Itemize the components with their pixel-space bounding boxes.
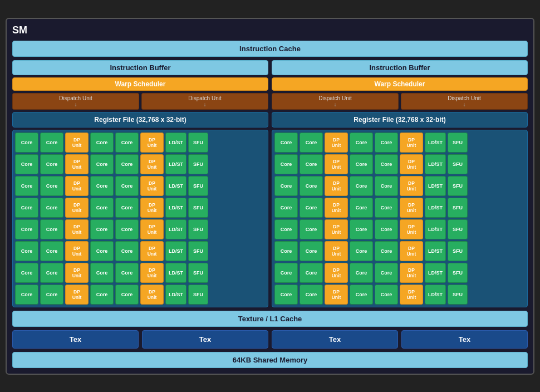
dp-unit-cell: DPUnit <box>400 176 423 196</box>
core-row: CoreCoreDPUnitCoreCoreDPUnitLD/STSFU <box>15 154 266 174</box>
ldst-cell: LD/ST <box>425 285 446 305</box>
core-cell: Core <box>274 285 298 305</box>
left-dispatch-unit-1: Dispatch Unit <box>12 93 139 110</box>
core-cell: Core <box>274 176 298 196</box>
dp-unit-cell: DPUnit <box>400 285 423 305</box>
core-cell: Core <box>15 263 38 283</box>
right-cores-grid: CoreCoreDPUnitCoreCoreDPUnitLD/STSFUCore… <box>272 130 528 307</box>
dp-unit-cell: DPUnit <box>325 154 348 174</box>
core-cell: Core <box>40 133 63 153</box>
ldst-cell: LD/ST <box>165 241 186 261</box>
core-cell: Core <box>375 176 398 196</box>
core-cell: Core <box>115 198 139 218</box>
tex-unit-3: Tex <box>401 330 528 349</box>
core-cell: Core <box>40 198 63 218</box>
right-instruction-buffer: Instruction Buffer <box>272 60 528 75</box>
ldst-cell: LD/ST <box>425 219 446 239</box>
dp-unit-cell: DPUnit <box>400 241 423 261</box>
core-cell: Core <box>90 198 114 218</box>
dp-unit-cell: DPUnit <box>65 263 89 283</box>
core-cell: Core <box>90 263 114 283</box>
core-row: CoreCoreDPUnitCoreCoreDPUnitLD/STSFU <box>274 154 525 174</box>
ldst-cell: LD/ST <box>165 133 186 153</box>
core-cell: Core <box>300 219 323 239</box>
core-cell: Core <box>40 176 63 196</box>
core-cell: Core <box>15 176 38 196</box>
main-two-col: Instruction Buffer Warp Scheduler Dispat… <box>12 60 528 307</box>
core-cell: Core <box>300 133 323 153</box>
core-cell: Core <box>15 285 38 305</box>
ldst-cell: LD/ST <box>165 219 186 239</box>
core-row: CoreCoreDPUnitCoreCoreDPUnitLD/STSFU <box>15 285 266 305</box>
right-half: Instruction Buffer Warp Scheduler Dispat… <box>272 60 528 307</box>
ldst-cell: LD/ST <box>425 263 446 283</box>
core-row: CoreCoreDPUnitCoreCoreDPUnitLD/STSFU <box>274 285 525 305</box>
dp-unit-cell: DPUnit <box>400 198 423 218</box>
core-cell: Core <box>115 219 139 239</box>
ldst-cell: LD/ST <box>165 176 186 196</box>
dp-unit-cell: DPUnit <box>140 219 164 239</box>
core-cell: Core <box>115 133 139 153</box>
right-dispatch-unit-1: Dispatch Unit <box>272 93 399 110</box>
dp-unit-cell: DPUnit <box>325 133 348 153</box>
dp-unit-cell: DPUnit <box>140 154 164 174</box>
dp-unit-cell: DPUnit <box>325 263 348 283</box>
dp-unit-cell: DPUnit <box>325 219 348 239</box>
core-cell: Core <box>350 219 373 239</box>
core-cell: Core <box>15 154 38 174</box>
core-cell: Core <box>274 241 298 261</box>
dp-unit-cell: DPUnit <box>400 154 423 174</box>
core-row: CoreCoreDPUnitCoreCoreDPUnitLD/STSFU <box>15 133 266 153</box>
core-row: CoreCoreDPUnitCoreCoreDPUnitLD/STSFU <box>15 198 266 218</box>
sfu-cell: SFU <box>448 198 468 218</box>
sfu-cell: SFU <box>188 176 208 196</box>
left-cores-grid: CoreCoreDPUnitCoreCoreDPUnitLD/STSFUCore… <box>12 130 268 307</box>
core-cell: Core <box>274 219 298 239</box>
core-cell: Core <box>300 198 323 218</box>
core-row: CoreCoreDPUnitCoreCoreDPUnitLD/STSFU <box>274 241 525 261</box>
dp-unit-cell: DPUnit <box>140 176 164 196</box>
right-dispatch-unit-2: Dispatch Unit <box>401 93 528 110</box>
core-cell: Core <box>15 133 38 153</box>
dp-unit-cell: DPUnit <box>65 241 89 261</box>
ldst-cell: LD/ST <box>425 133 446 153</box>
dp-unit-cell: DPUnit <box>400 263 423 283</box>
core-row: CoreCoreDPUnitCoreCoreDPUnitLD/STSFU <box>15 219 266 239</box>
core-cell: Core <box>375 198 398 218</box>
core-cell: Core <box>40 241 63 261</box>
core-cell: Core <box>15 219 38 239</box>
core-cell: Core <box>40 285 63 305</box>
dp-unit-cell: DPUnit <box>325 241 348 261</box>
sfu-cell: SFU <box>188 133 208 153</box>
left-warp-scheduler: Warp Scheduler <box>12 77 268 91</box>
right-register-file: Register File (32,768 x 32-bit) <box>272 112 528 128</box>
dp-unit-cell: DPUnit <box>140 241 164 261</box>
dp-unit-cell: DPUnit <box>325 285 348 305</box>
core-cell: Core <box>300 263 323 283</box>
dp-unit-cell: DPUnit <box>65 198 89 218</box>
left-half: Instruction Buffer Warp Scheduler Dispat… <box>12 60 268 307</box>
core-cell: Core <box>90 154 114 174</box>
dp-unit-cell: DPUnit <box>65 176 89 196</box>
core-cell: Core <box>375 285 398 305</box>
core-cell: Core <box>90 133 114 153</box>
sfu-cell: SFU <box>448 176 468 196</box>
tex-row: Tex Tex Tex Tex <box>12 330 528 349</box>
core-cell: Core <box>300 241 323 261</box>
left-dispatch-row: Dispatch Unit Dispatch Unit <box>12 93 268 110</box>
sfu-cell: SFU <box>448 263 468 283</box>
dp-unit-cell: DPUnit <box>65 154 89 174</box>
core-cell: Core <box>300 154 323 174</box>
core-cell: Core <box>300 285 323 305</box>
core-cell: Core <box>375 241 398 261</box>
tex-unit-0: Tex <box>12 330 139 349</box>
dp-unit-cell: DPUnit <box>325 176 348 196</box>
sfu-cell: SFU <box>448 285 468 305</box>
right-dispatch-row: Dispatch Unit Dispatch Unit <box>272 93 528 110</box>
core-cell: Core <box>40 154 63 174</box>
instruction-cache: Instruction Cache <box>12 41 528 57</box>
ldst-cell: LD/ST <box>165 198 186 218</box>
shared-memory: 64KB Shared Memory <box>12 352 528 368</box>
core-cell: Core <box>350 241 373 261</box>
dp-unit-cell: DPUnit <box>400 133 423 153</box>
